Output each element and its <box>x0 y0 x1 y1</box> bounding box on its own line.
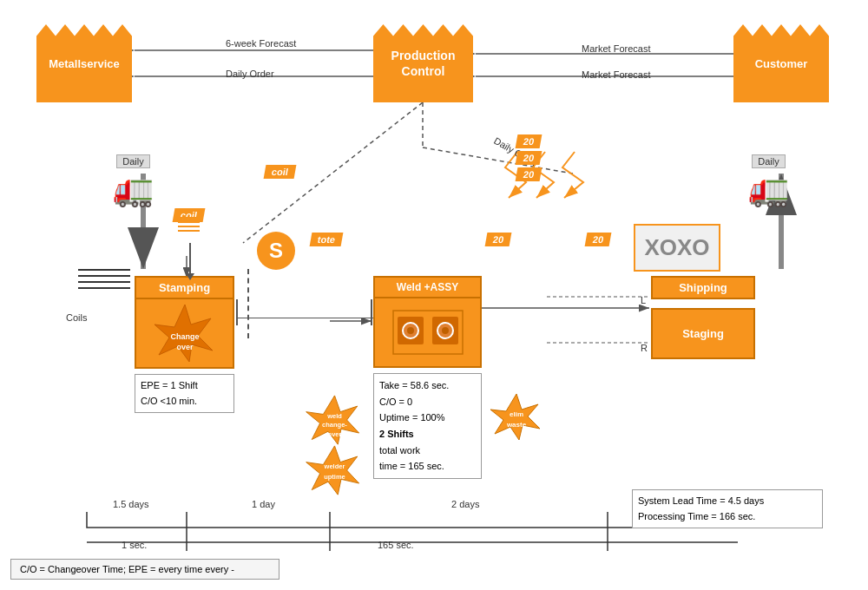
weld-container: Weld +ASSY Take = 58.6 sec. C/O = 0 Upti… <box>373 276 482 479</box>
right-truck-icon: 🚛 <box>748 170 789 208</box>
xoxo-box: XOXO <box>634 224 720 272</box>
svg-line-8 <box>423 148 573 174</box>
svg-text:waste: waste <box>506 421 527 429</box>
stamping-epe: EPE = 1 Shift <box>141 378 228 394</box>
svg-text:change-: change- <box>322 421 347 429</box>
left-truck-icon: 🚛 <box>113 170 154 208</box>
coil-stack <box>178 217 200 232</box>
push-arrow-1 <box>236 312 385 323</box>
market-forecast-1-label: Market Forecast <box>582 43 650 54</box>
factory-customer-label: Customer <box>755 57 808 70</box>
svg-text:uptime: uptime <box>324 473 345 481</box>
weld-body <box>373 298 482 368</box>
weld-name: Weld +ASSY <box>397 281 458 293</box>
svg-text:welder: welder <box>324 462 345 470</box>
processing-label: Processing Time = 166 sec. <box>638 509 817 525</box>
stamping-container: Stamping Change over EPE = 1 Shift C/O <… <box>135 276 234 413</box>
weld-take: Take = 58.6 sec. <box>379 377 476 394</box>
svg-text:elim: elim <box>510 410 523 418</box>
days-1-label: 1.5 days <box>113 499 149 509</box>
factory-metallservice: Metallservice <box>36 24 132 102</box>
weld-co: C/O = 0 <box>379 394 476 410</box>
kaizen-elim-waste: elim waste <box>486 392 547 444</box>
factory-production-label: Production Control <box>391 48 456 79</box>
weld-info: Take = 58.6 sec. C/O = 0 Uptime = 100% 2… <box>373 373 482 479</box>
shipping-name: Shipping <box>679 281 727 294</box>
l-label: L <box>641 295 646 305</box>
stamping-info: EPE = 1 Shift C/O <10 min. <box>135 374 234 413</box>
system-lead-label: System Lead Time = 4.5 days <box>638 494 817 509</box>
coils-lines <box>78 269 130 293</box>
svg-text:Change: Change <box>170 332 199 341</box>
coil-tag-top: coil <box>264 165 297 179</box>
changeover-burst: Change over <box>150 303 220 364</box>
svg-point-29 <box>442 327 449 334</box>
legend-text: C/O = Changeover Time; EPE = every time … <box>20 564 234 574</box>
right-truck-label: Daily <box>752 154 785 168</box>
shipping-gap <box>651 299 755 308</box>
daily-order-left-label: Daily Order <box>226 69 274 79</box>
time-1-label: 1 sec. <box>122 540 147 550</box>
r-label: R <box>641 343 648 353</box>
staging-label: Staging <box>651 308 755 359</box>
shipping-container: Shipping Staging <box>651 276 755 359</box>
svg-text:over: over <box>176 343 194 351</box>
time-2-label: 165 sec. <box>378 540 414 550</box>
tote-label: tote <box>310 233 344 246</box>
svg-text:weld: weld <box>326 412 342 420</box>
six-week-forecast-label: 6-week Forecast <box>226 38 296 49</box>
coils-label: Coils <box>66 312 87 323</box>
left-truck-label: Daily <box>116 154 149 168</box>
coil-arrow-down <box>186 243 194 280</box>
stamping-name: Stamping <box>159 281 210 294</box>
legend-box: C/O = Changeover Time; EPE = every time … <box>10 559 279 580</box>
kaizen-welder-uptime: welder uptime <box>302 442 367 499</box>
factory-metallservice-label: Metallservice <box>49 57 120 70</box>
svg-text:over: over <box>328 430 342 438</box>
kaizen-weld-changeover: weld change- over <box>302 392 367 449</box>
factory-production-control: Production Control <box>373 24 473 102</box>
supermarket-symbol: S <box>257 232 295 270</box>
stamping-body: Change over <box>135 299 234 369</box>
left-truck-container: Daily 🚛 <box>113 154 154 208</box>
kanban-stack: 20 20 20 <box>516 134 541 181</box>
stamping-label: Stamping <box>135 276 234 299</box>
svg-point-28 <box>407 327 414 334</box>
right-truck-container: Daily 🚛 <box>748 154 789 208</box>
diagram: Metallservice Production Control Custome… <box>0 0 868 590</box>
weld-uptime: Uptime = 100% <box>379 410 476 426</box>
dashed-line-s <box>247 269 249 338</box>
kanban-20-weld: 20 <box>485 233 512 246</box>
days-3-label: 2 days <box>451 499 479 509</box>
staging-name: Staging <box>682 327 724 340</box>
xoxo-label: XOXO <box>644 234 709 261</box>
weld-label: Weld +ASSY <box>373 276 482 298</box>
weld-shifts: 2 Shifts <box>379 426 476 442</box>
shipping-label: Shipping <box>651 276 755 299</box>
kanban-20-shipping: 20 <box>585 233 612 246</box>
factory-customer: Customer <box>733 24 829 102</box>
days-2-label: 1 day <box>252 499 275 509</box>
stamping-co: C/O <10 min. <box>141 394 228 410</box>
weld-totalwork: total work <box>379 442 476 459</box>
market-forecast-2-label: Market Forecast <box>582 69 650 80</box>
weld-time: time = 165 sec. <box>379 458 476 475</box>
lead-time-box: System Lead Time = 4.5 days Processing T… <box>632 489 823 528</box>
